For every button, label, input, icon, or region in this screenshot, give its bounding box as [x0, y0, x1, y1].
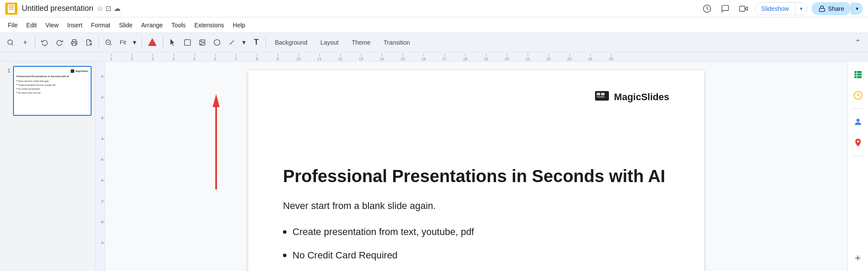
magic-logo-text: MagicSlides [614, 91, 669, 103]
toolbar-separator-5 [266, 37, 266, 48]
ruler-mark: 8 [247, 53, 267, 61]
svg-marker-1 [745, 7, 747, 10]
menu-view[interactable]: View [41, 20, 63, 30]
redo-button[interactable] [53, 36, 66, 49]
history-button[interactable] [700, 2, 714, 16]
search-tool-button[interactable] [3, 36, 17, 49]
select-tool-button[interactable] [181, 36, 194, 49]
slideshow-dropdown-icon[interactable]: ▾ [796, 3, 807, 14]
rs-contacts-icon[interactable] [850, 114, 866, 130]
thumb-bullet-1: Never start from a blank slide again. [16, 80, 88, 83]
thumb-title: Professional Presentations in Seconds wi… [16, 75, 88, 78]
menu-help[interactable]: Help [228, 20, 250, 30]
menu-file[interactable]: File [3, 20, 22, 30]
slide-subtitle: Never start from a blank slide again. [283, 200, 436, 212]
svg-rect-21 [601, 93, 605, 95]
app-icon [5, 3, 17, 15]
ruler-mark: 23 [559, 53, 580, 61]
menu-edit[interactable]: Edit [22, 20, 41, 30]
v-ruler-mark: 2 [95, 87, 105, 108]
cursor-tool-button[interactable] [166, 36, 180, 49]
menu-slide[interactable]: Slide [115, 20, 137, 30]
rs-add-button[interactable]: + [850, 250, 866, 266]
paint-format-button[interactable] [82, 36, 96, 49]
slide-number: 1 [3, 68, 10, 74]
svg-rect-20 [597, 93, 600, 95]
slide-thumbnail-row: 1 MagicSlides Professional Presentations… [3, 66, 92, 116]
slideshow-label: Slideshow [755, 3, 796, 15]
canvas-area[interactable]: MagicSlides Professional Presentations i… [105, 62, 847, 271]
fit-zoom-button[interactable]: Fit [116, 37, 129, 47]
line-tool-button[interactable] [225, 36, 239, 49]
star-icon[interactable]: ☆ [97, 4, 103, 13]
undo-button[interactable] [38, 36, 52, 49]
ruler-mark: 13 [351, 53, 372, 61]
slide-bullet-2: No Credit Card Required [283, 250, 474, 261]
rs-divider [852, 108, 864, 109]
line-dropdown-button[interactable]: ▾ [240, 36, 248, 49]
zoom-out-button[interactable] [102, 36, 115, 49]
thumb-bullet-3: No Credit Card Required [16, 88, 88, 91]
thumb-bullet-text-4: No need to learn new tool [18, 91, 40, 95]
svg-line-16 [230, 40, 234, 44]
print-button[interactable] [67, 36, 81, 49]
video-button[interactable] [736, 2, 750, 16]
comment-button[interactable] [718, 2, 732, 16]
thumb-bullet-2: Create presentation from text, youtube, … [16, 84, 88, 87]
svg-point-7 [90, 43, 92, 45]
ruler-mark: 10 [288, 53, 309, 61]
shape-tool-button[interactable] [210, 36, 224, 49]
slide-thumbnail[interactable]: MagicSlides Professional Presentations i… [13, 66, 92, 116]
share-button-group: Share ▾ [812, 2, 863, 15]
vertical-ruler: 1 2 3 4 5 6 7 8 9 [95, 62, 105, 271]
toolbar: + Fit ▾ ▾ T Background Layout Theme Tran… [0, 33, 868, 52]
ruler-mark: 3 [142, 53, 163, 61]
image-tool-button[interactable] [195, 36, 209, 49]
zoom-dropdown-button[interactable]: ▾ [130, 36, 139, 49]
thumb-bullet-text-1: Never start from a blank slide again. [18, 80, 49, 83]
folder-icon[interactable]: ⊡ [105, 4, 111, 13]
svg-point-28 [856, 119, 859, 122]
bullet-dot-1 [283, 230, 286, 234]
menu-extensions[interactable]: Extensions [190, 20, 228, 30]
title-bar: Untitled presentation ☆ ⊡ ☁ Slideshow ▾ … [0, 0, 868, 17]
theme-button[interactable]: Theme [345, 37, 377, 48]
ruler-mark: 20 [496, 53, 517, 61]
thumb-logo: MagicSlides [16, 69, 88, 73]
menu-arrange[interactable]: Arrange [137, 20, 167, 30]
share-button[interactable]: Share [812, 2, 851, 15]
magic-logo-icon [594, 88, 610, 106]
zoom-plus-button[interactable]: + [18, 36, 32, 49]
slideshow-button[interactable]: Slideshow ▾ [755, 2, 807, 15]
share-dropdown-button[interactable]: ▾ [851, 3, 863, 15]
v-ruler-mark: 8 [95, 212, 105, 232]
collapse-toolbar-button[interactable]: ⌃ [851, 36, 865, 49]
slide-canvas[interactable]: MagicSlides Professional Presentations i… [248, 70, 704, 271]
thumb-bullet-4: No need to learn new tool [16, 91, 88, 95]
bullet-dot-2 [283, 254, 286, 257]
svg-line-5 [12, 44, 13, 45]
slide-content: MagicSlides Professional Presentations i… [248, 70, 704, 271]
thumb-logo-icon [71, 69, 74, 73]
thumb-bullet-text-2: Create presentation from text, youtube, … [18, 84, 56, 87]
cloud-icon[interactable]: ☁ [114, 4, 121, 13]
menu-insert[interactable]: Insert [63, 20, 87, 30]
rs-maps-icon[interactable] [850, 135, 866, 150]
transition-button[interactable]: Transition [378, 37, 416, 48]
svg-point-4 [8, 40, 13, 45]
layout-button[interactable]: Layout [314, 37, 345, 48]
svg-point-15 [214, 39, 220, 45]
red-arrow-indicator [212, 94, 220, 189]
v-ruler-mark: 3 [95, 108, 105, 128]
ruler-mark: 4 [163, 53, 184, 61]
slide-bullet-1: Create presentation from text, youtube, … [283, 226, 474, 238]
menu-format[interactable]: Format [87, 20, 115, 30]
thumb-dot [16, 84, 17, 85]
text-tool-button[interactable]: T [249, 36, 263, 49]
thumb-dot [16, 80, 17, 81]
menu-tools[interactable]: Tools [167, 20, 190, 30]
rs-sheets-icon[interactable] [850, 67, 866, 82]
background-button[interactable]: Background [269, 37, 313, 48]
ruler-mark: 9 [267, 53, 288, 61]
rs-tasks-icon[interactable] [850, 88, 866, 103]
